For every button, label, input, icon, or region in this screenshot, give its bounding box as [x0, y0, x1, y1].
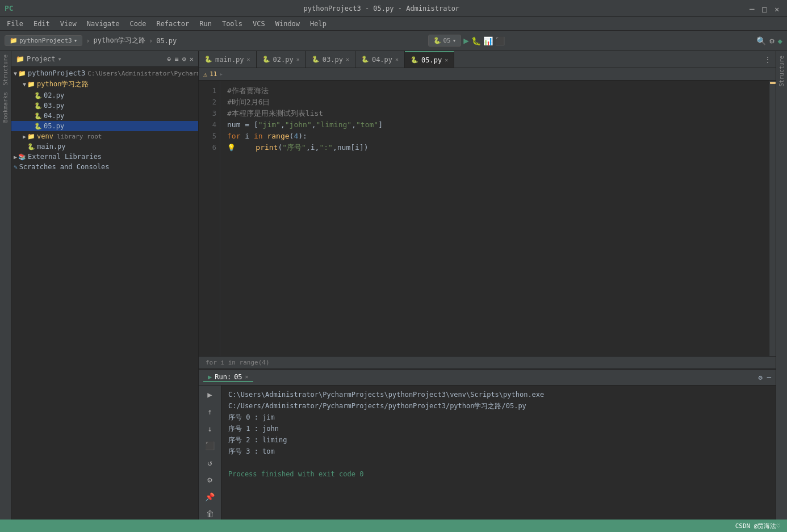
- filter-button[interactable]: 🗑: [203, 507, 217, 521]
- locate-icon[interactable]: ⊕: [167, 55, 171, 63]
- line-num-1: 1: [199, 85, 216, 97]
- tab-icon-05: 🐍: [411, 56, 418, 64]
- editor-body[interactable]: 1 2 3 4 5 6 #作者贾海法 #时间2月6日: [199, 81, 776, 356]
- tab-close-02[interactable]: ✕: [296, 56, 300, 62]
- breadcrumb-folder: python学习之路: [94, 36, 145, 45]
- tab-close-05[interactable]: ✕: [445, 57, 448, 63]
- tab-05py[interactable]: 🐍 05.py ✕: [405, 51, 454, 68]
- warning-expand[interactable]: ▸: [219, 70, 223, 78]
- pin-button[interactable]: 📌: [203, 490, 217, 504]
- console-output[interactable]: C:\Users\Administrator\PycharmProjects\p…: [221, 386, 776, 532]
- console-out-2: 序号 2 : liming: [228, 434, 769, 446]
- run-config-dropdown[interactable]: 🐍 05 ▾: [428, 35, 461, 47]
- search-everywhere-icon[interactable]: 🔍: [756, 36, 766, 45]
- menu-run[interactable]: Run: [195, 19, 216, 29]
- menu-view[interactable]: View: [56, 19, 81, 29]
- tree-item-ext-libs[interactable]: ▶ 📚 External Libraries: [11, 152, 198, 162]
- tree-item-folder-learning[interactable]: ▼ 📁 python学习之路: [11, 78, 198, 90]
- tab-02py[interactable]: 🐍 02.py ✕: [257, 51, 306, 68]
- status-bar: CSDN @贾海法♡: [0, 520, 787, 532]
- run-tab-close[interactable]: ✕: [245, 374, 249, 380]
- scroll-down-button[interactable]: ↓: [203, 422, 217, 435]
- tree-item-scratches[interactable]: ✎ Scratches and Consoles: [11, 162, 198, 172]
- line-numbers: 1 2 3 4 5 6: [199, 81, 220, 356]
- title-bar: PC pythonProject3 - 05.py - Administrato…: [0, 0, 787, 17]
- chevron-down-icon: ▾: [74, 37, 78, 44]
- bottom-collapse-icon[interactable]: ─: [767, 374, 771, 382]
- menu-help[interactable]: Help: [305, 19, 331, 29]
- rerun-button[interactable]: ↺: [203, 456, 217, 470]
- settings-run-button[interactable]: ⚙: [203, 473, 217, 487]
- menu-file[interactable]: File: [2, 19, 28, 29]
- console-out-3: 序号 3 : tom: [228, 446, 769, 457]
- right-structure-label[interactable]: Structure: [776, 51, 787, 91]
- close-button[interactable]: ✕: [775, 5, 782, 12]
- tree-label-scratches: Scratches and Consoles: [19, 163, 110, 171]
- editor-container[interactable]: ⚠ 11 ▸ 1 2 3 4 5 6 #作者贾海法: [199, 68, 776, 368]
- tab-close-main[interactable]: ✕: [247, 56, 250, 62]
- run-again-button[interactable]: ▶: [203, 388, 217, 401]
- menu-window[interactable]: Window: [271, 19, 304, 29]
- py-icon-02: 🐍: [34, 92, 42, 99]
- close-panel-icon[interactable]: ✕: [190, 55, 194, 63]
- project-label-header[interactable]: Project: [27, 55, 56, 63]
- menu-edit[interactable]: Edit: [29, 19, 55, 29]
- maximize-button[interactable]: □: [762, 5, 770, 12]
- right-panel: Structure: [776, 51, 787, 532]
- editor-scrollbar[interactable]: [769, 81, 776, 356]
- debug-button[interactable]: 🐛: [471, 36, 481, 45]
- expand-arrow-extlib: ▶: [14, 154, 17, 160]
- hint-bulb-icon[interactable]: 💡: [227, 142, 236, 153]
- tab-close-03[interactable]: ✕: [346, 56, 349, 62]
- run-button[interactable]: ▶: [463, 35, 469, 46]
- bottom-settings-icon[interactable]: ⚙: [759, 374, 763, 382]
- tree-label-venv: venv: [37, 132, 53, 140]
- tab-label-03: 03.py: [323, 56, 343, 64]
- run-tab[interactable]: ▶ Run: 05 ✕: [203, 373, 253, 382]
- tree-item-05py[interactable]: 🐍 05.py: [11, 121, 198, 131]
- tab-mainpy[interactable]: 🐍 main.py ✕: [199, 51, 257, 68]
- tabs-right-controls[interactable]: ⋮: [764, 56, 776, 64]
- project-dropdown-btn[interactable]: 📁 pythonProject3 ▾: [5, 35, 82, 46]
- settings-icon[interactable]: ⚙: [769, 36, 774, 45]
- stop-run-button[interactable]: ⬛: [203, 439, 217, 453]
- fn-range: range: [263, 131, 290, 142]
- tab-overflow-icon[interactable]: ⋮: [764, 56, 771, 64]
- menu-navigate[interactable]: Navigate: [82, 19, 124, 29]
- minimize-button[interactable]: ─: [750, 5, 757, 12]
- editor-area: 🐍 main.py ✕ 🐍 02.py ✕ 🐍 03.py ✕ 🐍 04.py: [199, 51, 776, 532]
- num-4: 4: [294, 131, 298, 142]
- sidebar-marks-label[interactable]: Bookmarks: [0, 89, 11, 126]
- tree-item-02py[interactable]: 🐍 02.py: [11, 90, 198, 100]
- scroll-up-button[interactable]: ↑: [203, 405, 217, 418]
- tree-label-05py: 05.py: [44, 122, 64, 130]
- bottom-tabs-list: ▶ Run: 05 ✕: [203, 373, 253, 382]
- tree-item-root[interactable]: ▼ 📁 pythonProject3 C:\Users\Administrato…: [11, 68, 198, 78]
- window-controls[interactable]: ─ □ ✕: [750, 5, 782, 12]
- sidebar-structure-label[interactable]: Structure: [0, 51, 11, 89]
- code-editor[interactable]: #作者贾海法 #时间2月6日 #本程序是用来测试列表list num = [: [220, 81, 769, 356]
- line-num-2: 2: [199, 97, 216, 108]
- tab-close-04[interactable]: ✕: [395, 56, 399, 62]
- project-root-icon: 📁: [18, 70, 26, 77]
- ext-lib-icon: 📚: [18, 153, 26, 161]
- editor-top-bar: ⚠ 11 ▸: [199, 68, 776, 81]
- tree-item-04py[interactable]: 🐍 04.py: [11, 111, 198, 121]
- py-icon-main: 🐍: [27, 143, 35, 150]
- tree-settings-icon[interactable]: ⚙: [182, 55, 186, 63]
- tab-04py[interactable]: 🐍 04.py ✕: [355, 51, 405, 68]
- tree-item-03py[interactable]: 🐍 03.py: [11, 100, 198, 111]
- menu-vcs[interactable]: VCS: [248, 19, 270, 29]
- app-logo: PC: [5, 4, 14, 12]
- tab-03py[interactable]: 🐍 03.py ✕: [306, 51, 355, 68]
- tree-item-venv[interactable]: ▶ 📁 venv library root: [11, 131, 198, 141]
- menu-tools[interactable]: Tools: [217, 19, 247, 29]
- stop-button[interactable]: ⬛: [495, 36, 505, 45]
- menu-code[interactable]: Code: [125, 19, 151, 29]
- warning-icon: ⚠: [203, 70, 207, 78]
- menu-refactor[interactable]: Refactor: [152, 19, 194, 29]
- tree-item-mainpy[interactable]: 🐍 main.py: [11, 141, 198, 152]
- cover-button[interactable]: 📊: [483, 36, 493, 45]
- collapse-all-icon[interactable]: ≡: [174, 55, 178, 63]
- tab-icon-main: 🐍: [204, 56, 212, 63]
